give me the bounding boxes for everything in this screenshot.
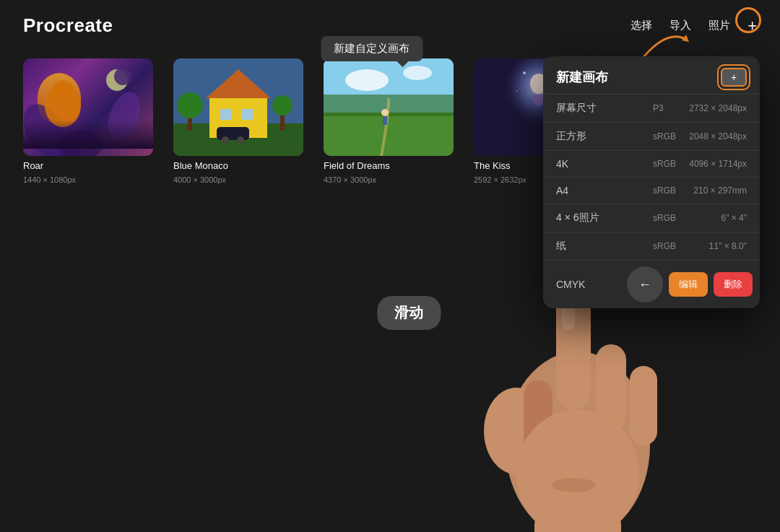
- svg-point-17: [272, 95, 292, 115]
- svg-point-7: [114, 68, 131, 85]
- panel-row-4x6[interactable]: 4 × 6照片 sRGB 6" × 4": [543, 204, 760, 232]
- photos-button[interactable]: 照片: [708, 19, 730, 32]
- app-title: Procreate: [23, 14, 113, 37]
- canvas-name-roar: Roar: [23, 160, 153, 171]
- svg-point-5: [52, 80, 74, 97]
- delete-button[interactable]: 删除: [714, 272, 753, 297]
- canvas-name-blue-monaco: Blue Monaco: [173, 160, 303, 171]
- canvas-size-field-of-dreams: 4370 × 3000px: [324, 175, 454, 184]
- canvas-name-field-of-dreams: Field of Dreams: [324, 160, 454, 171]
- panel-row-paper[interactable]: 纸 sRGB 11" × 8.0": [543, 232, 760, 260]
- panel-row-a4[interactable]: A4 sRGB 210 × 297mm: [543, 177, 760, 204]
- canvas-item-roar[interactable]: Roar 1440 × 1080px: [23, 58, 153, 184]
- panel-add-btn-wrapper: +: [721, 68, 747, 87]
- canvas-size-blue-monaco: 4000 × 3000px: [173, 175, 303, 184]
- svg-rect-40: [630, 366, 657, 445]
- cmyk-name: CMYK: [556, 279, 621, 290]
- svg-point-19: [222, 136, 229, 144]
- panel-row-4k[interactable]: 4K sRGB 4096 × 1714px: [543, 150, 760, 177]
- svg-point-31: [523, 71, 526, 74]
- panel-add-button[interactable]: +: [721, 68, 747, 87]
- svg-rect-12: [220, 109, 231, 120]
- svg-rect-39: [596, 344, 626, 431]
- panel-header: 新建画布 +: [543, 56, 760, 94]
- svg-rect-13: [242, 109, 253, 120]
- cmyk-scroll-indicator[interactable]: ←: [627, 266, 663, 302]
- svg-rect-27: [383, 116, 387, 125]
- edit-button[interactable]: 编辑: [669, 272, 708, 297]
- svg-point-20: [237, 136, 244, 144]
- canvas-thumbnail-roar: [23, 58, 153, 156]
- canvas-thumbnail-blue-monaco: [173, 58, 303, 156]
- panel-title: 新建画布: [556, 69, 608, 86]
- canvas-item-blue-monaco[interactable]: Blue Monaco 4000 × 3000px: [173, 58, 303, 184]
- svg-point-26: [381, 109, 389, 116]
- svg-rect-22: [324, 113, 454, 156]
- panel-row-square[interactable]: 正方形 sRGB 2048 × 2048px: [543, 122, 760, 150]
- svg-point-23: [345, 69, 389, 91]
- svg-point-35: [506, 352, 650, 532]
- orange-circle-plus-indicator: [735, 7, 761, 33]
- svg-point-36: [484, 388, 549, 474]
- svg-point-33: [516, 90, 518, 92]
- svg-point-44: [552, 478, 595, 492]
- panel-row-screen[interactable]: 屏幕尺寸 P3 2732 × 2048px: [543, 94, 760, 122]
- svg-point-15: [177, 92, 203, 118]
- canvas-thumbnail-field-of-dreams: [324, 58, 454, 156]
- svg-rect-18: [217, 127, 249, 140]
- svg-rect-41: [524, 380, 552, 453]
- slide-label: 滑动: [377, 296, 441, 330]
- svg-point-42: [516, 409, 639, 532]
- svg-point-3: [59, 131, 103, 156]
- svg-point-2: [102, 87, 147, 144]
- cmyk-row: CMYK ← 编辑 删除: [543, 260, 760, 308]
- canvas-item-field-of-dreams[interactable]: Field of Dreams 4370 × 3000px: [324, 58, 454, 184]
- svg-rect-43: [534, 510, 621, 532]
- canvas-size-roar: 1440 × 1080px: [23, 175, 153, 184]
- new-canvas-panel: 新建画布 + 屏幕尺寸 P3 2732 × 2048px 正方形 sRGB 20…: [543, 56, 760, 308]
- svg-point-24: [403, 66, 432, 80]
